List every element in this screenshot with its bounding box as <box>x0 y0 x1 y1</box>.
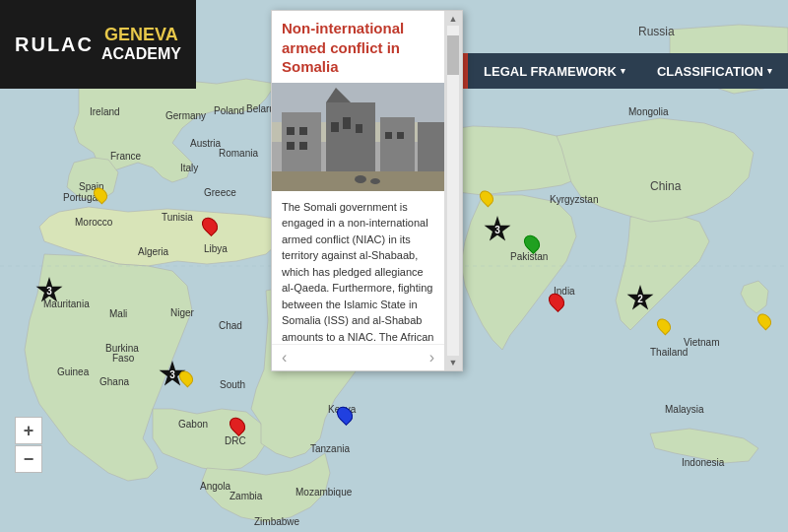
svg-point-20 <box>355 175 366 183</box>
zoom-in-button[interactable]: + <box>15 417 42 444</box>
marker-red-1[interactable] <box>210 233 224 250</box>
classification-label: CLASSIFICATION <box>657 64 763 79</box>
legal-framework-button[interactable]: LEGAL FRAMEWORK ▾ <box>468 53 641 89</box>
classification-arrow-icon: ▾ <box>767 66 772 76</box>
popup-title: Non-international armed conflict in Soma… <box>272 11 444 83</box>
marker-yellow-3[interactable] <box>100 201 112 217</box>
logo-area: RULAC GENEVA ACADEMY <box>0 0 196 89</box>
zoom-out-button[interactable]: − <box>15 445 42 473</box>
svg-rect-15 <box>287 142 295 150</box>
marker-west-africa-burst[interactable]: 3 <box>35 277 63 304</box>
svg-rect-11 <box>343 117 351 129</box>
marker-india-burst[interactable]: 2 <box>626 285 654 312</box>
marker-red-3[interactable] <box>557 308 570 326</box>
svg-rect-17 <box>385 132 392 139</box>
scroll-down-icon[interactable]: ▼ <box>449 358 458 367</box>
classification-button[interactable]: CLASSIFICATION ▾ <box>641 53 788 89</box>
svg-rect-12 <box>356 124 362 133</box>
academy-text: ACADEMY <box>101 45 181 63</box>
svg-rect-14 <box>299 127 307 135</box>
geneva-text: GENEVA <box>104 26 178 45</box>
svg-rect-10 <box>331 122 339 132</box>
geneva-academy-logo: GENEVA ACADEMY <box>101 26 181 62</box>
popup-image <box>272 83 444 191</box>
conflict-popup: Non-international armed conflict in Soma… <box>271 10 463 371</box>
svg-rect-18 <box>397 132 404 139</box>
popup-scrollbar[interactable]: ▲ ▼ <box>444 11 462 370</box>
marker-yellow-4[interactable] <box>186 384 198 400</box>
marker-green-1[interactable] <box>532 250 546 268</box>
marker-yellow-7[interactable] <box>764 327 776 343</box>
popup-next-button[interactable]: › <box>429 349 434 366</box>
popup-nav[interactable]: ‹ › <box>272 344 444 370</box>
svg-rect-16 <box>299 142 307 150</box>
svg-point-21 <box>370 178 380 184</box>
svg-rect-13 <box>287 127 295 135</box>
marker-red-2[interactable] <box>237 432 251 450</box>
rulac-logo: RULAC <box>15 33 94 56</box>
marker-yellow-6[interactable] <box>664 332 676 348</box>
zoom-controls: + − <box>15 417 42 473</box>
marker-blue-1[interactable] <box>345 422 359 439</box>
popup-prev-button[interactable]: ‹ <box>282 349 287 366</box>
legal-label: LEGAL FRAMEWORK <box>484 64 617 79</box>
marker-pakistan-burst[interactable]: 3 <box>484 216 511 243</box>
legal-arrow-icon: ▾ <box>621 66 625 76</box>
scroll-up-icon[interactable]: ▲ <box>449 14 458 24</box>
marker-yellow-5[interactable] <box>487 204 498 220</box>
map-container: Ireland France Spain Portugal Germany Po… <box>0 0 788 532</box>
popup-body: The Somali government is engaged in a no… <box>272 191 444 344</box>
